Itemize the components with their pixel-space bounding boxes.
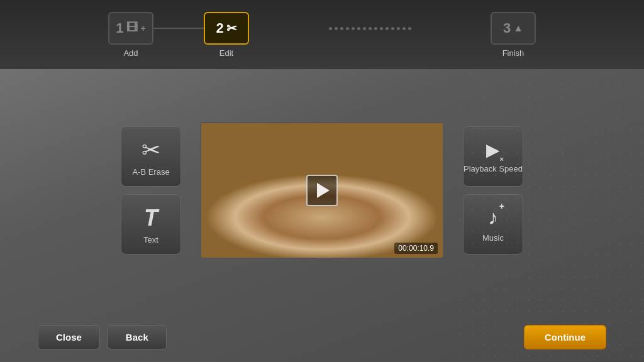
- step-2-box: 2 ✂: [204, 12, 249, 45]
- connector-1-2: [153, 28, 204, 29]
- tools-right: × Playback Speed + Music: [463, 126, 523, 255]
- play-triangle-icon: [317, 183, 330, 198]
- music-plus-icon: +: [499, 201, 504, 211]
- playback-speed-label: Playback Speed: [464, 164, 523, 173]
- progress-bar: 1 🎞 + Add 2 ✂ Edit 3 ▲: [0, 0, 644, 69]
- music-icon: [488, 216, 498, 226]
- step-1-add: 1 🎞 + Add: [108, 12, 153, 58]
- text-label: Text: [143, 235, 158, 244]
- step-2-edit: 2 ✂ Edit: [204, 12, 249, 58]
- scissors-tool-icon: [142, 137, 160, 163]
- back-button[interactable]: Back: [108, 325, 167, 349]
- video-timestamp: 00:00:10.9: [394, 243, 438, 254]
- music-label: Music: [482, 233, 504, 243]
- plus-icon: +: [141, 23, 146, 33]
- playback-speed-button[interactable]: × Playback Speed: [463, 126, 523, 187]
- text-button[interactable]: Text: [121, 194, 181, 255]
- tools-left: A-B Erase Text: [121, 126, 181, 255]
- continue-button[interactable]: Continue: [524, 325, 606, 349]
- text-tool-icon: [144, 205, 158, 231]
- step-1-label: Add: [123, 48, 138, 58]
- video-preview[interactable]: 00:00:10.9: [200, 122, 444, 259]
- scissors-icon: ✂: [226, 21, 237, 36]
- step-1-box: 1 🎞 +: [108, 12, 153, 45]
- steps-container: 1 🎞 + Add 2 ✂ Edit 3 ▲: [108, 12, 536, 58]
- ab-erase-button[interactable]: A-B Erase: [121, 126, 181, 187]
- connector-dots: [254, 28, 486, 29]
- play-button-overlay[interactable]: [306, 175, 338, 206]
- close-button[interactable]: Close: [38, 325, 100, 349]
- step-3-finish: 3 ▲ Finish: [491, 12, 536, 58]
- bottom-bar: Close Back Continue: [0, 312, 644, 362]
- finish-icon: ▲: [513, 23, 523, 34]
- step-3-box: 3 ▲: [491, 12, 536, 45]
- film-icon: 🎞: [126, 21, 138, 35]
- step-3-label: Finish: [502, 48, 525, 58]
- playback-speed-icon: ×: [486, 140, 500, 160]
- main-content: A-B Erase Text 00:00:10.9 × Playback Spe…: [0, 69, 644, 312]
- music-button[interactable]: + Music: [463, 194, 523, 255]
- bottom-left-buttons: Close Back: [38, 325, 167, 349]
- step-2-label: Edit: [219, 48, 233, 58]
- ab-erase-label: A-B Erase: [132, 167, 169, 177]
